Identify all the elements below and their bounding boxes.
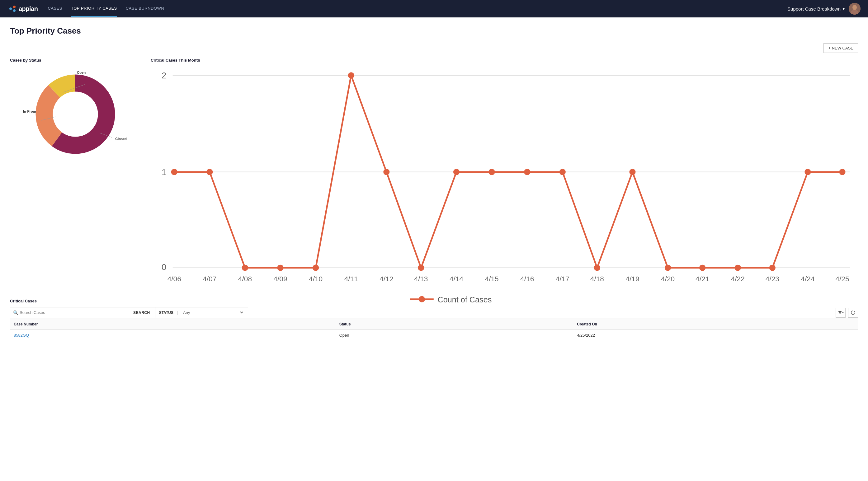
status-filter-label: STATUS [159,311,174,315]
donut-chart-section: Cases by Status Open In-Progress Closed [10,58,141,289]
svg-point-23 [383,169,390,175]
filter-actions: ▾ [836,307,858,318]
new-case-button[interactable]: + NEW CASE [824,43,858,53]
y-label-0: 0 [162,262,166,272]
status-filter: STATUS | Any Open Closed In-Progress [155,307,248,318]
svg-point-3 [13,9,16,12]
col-case-number: Case Number [10,319,336,329]
svg-point-32 [699,265,706,271]
svg-point-36 [839,169,845,175]
svg-text:4/14: 4/14 [450,275,463,283]
svg-text:4/10: 4/10 [309,275,322,283]
filter-icon [838,311,842,315]
svg-point-17 [171,169,178,175]
search-input-wrap: 🔍 [10,307,128,318]
page-title: Top Priority Cases [10,26,858,36]
svg-point-20 [277,265,283,271]
app-header: appian CASES TOP PRIORITY CASES CASE BUR… [0,0,868,18]
svg-point-22 [348,72,354,78]
svg-point-21 [313,265,319,271]
svg-point-35 [805,169,811,175]
nav-case-burndown[interactable]: CASE BURNDOWN [126,0,164,17]
nav-cases[interactable]: CASES [48,0,62,17]
svg-text:4/18: 4/18 [590,275,604,283]
svg-text:4/17: 4/17 [556,275,569,283]
line-chart-svg: 2 1 0 [151,67,858,287]
svg-text:4/21: 4/21 [695,275,709,283]
y-label-2: 2 [162,71,166,80]
svg-point-24 [418,265,424,271]
svg-text:4/08: 4/08 [238,275,252,283]
svg-point-19 [242,265,248,271]
svg-text:4/25: 4/25 [835,275,849,283]
svg-text:4/06: 4/06 [167,275,181,283]
donut-chart-title: Cases by Status [10,58,141,63]
svg-text:4/22: 4/22 [731,275,745,283]
filter-dropdown-arrow: ▾ [842,311,844,314]
svg-rect-0 [7,4,18,14]
svg-text:4/12: 4/12 [379,275,393,283]
svg-text:4/11: 4/11 [344,275,358,283]
search-icon: 🔍 [13,310,19,315]
avatar[interactable] [849,3,861,14]
table-row: 8582GQ Open 4/25/2022 [10,329,858,341]
svg-point-33 [735,265,741,271]
app-title-dropdown[interactable]: Support Case Breakdown ▾ [787,6,845,11]
y-label-1: 1 [162,167,166,177]
table-header-row: Case Number Status ↓ Created On [10,319,858,329]
svg-text:4/09: 4/09 [273,275,287,283]
header-right: Support Case Breakdown ▾ [787,3,861,14]
svg-point-29 [594,265,600,271]
svg-text:4/13: 4/13 [414,275,428,283]
col-created-on: Created On [573,319,858,329]
svg-point-26 [489,169,495,175]
svg-point-10 [54,92,97,136]
filter-button[interactable]: ▾ [836,308,845,318]
cases-table: Case Number Status ↓ Created On 8582GQ O… [10,319,858,341]
logo-text: appian [19,5,38,12]
main-content: Top Priority Cases + NEW CASE Cases by S… [0,18,868,481]
line-legend-label: Count of Cases [437,295,492,304]
svg-text:4/07: 4/07 [203,275,216,283]
search-input[interactable] [10,307,128,318]
main-nav: CASES TOP PRIORITY CASES CASE BURNDOWN [48,0,777,17]
svg-text:4/23: 4/23 [766,275,779,283]
status-select[interactable]: Any Open Closed In-Progress [182,310,244,315]
cell-case-number: 8582GQ [10,329,336,341]
search-button[interactable]: SEARCH [128,307,155,318]
line-chart-title: Critical Cases This Month [151,58,858,63]
cell-created-on: 4/25/2022 [573,329,858,341]
logo[interactable]: appian [7,4,38,14]
svg-point-28 [559,169,566,175]
charts-row: Cases by Status Open In-Progress Closed [10,58,858,289]
app-title-text: Support Case Breakdown [787,6,841,11]
refresh-icon [851,311,855,315]
svg-point-25 [453,169,460,175]
sort-icon[interactable]: ↓ [353,322,355,326]
svg-text:4/19: 4/19 [625,275,639,283]
svg-text:4/24: 4/24 [801,275,814,283]
svg-point-18 [207,169,213,175]
svg-point-27 [524,169,530,175]
donut-svg [32,71,119,158]
chevron-down-icon: ▾ [842,6,845,11]
line-chart-section: Critical Cases This Month 2 1 0 [151,58,858,289]
svg-point-34 [769,265,776,271]
svg-point-2 [13,6,16,8]
svg-text:4/16: 4/16 [520,275,534,283]
svg-text:4/20: 4/20 [661,275,675,283]
svg-point-30 [629,169,636,175]
svg-point-5 [852,5,857,10]
critical-cases-section: Critical Cases 🔍 SEARCH STATUS | Any Ope… [10,299,858,341]
critical-cases-title: Critical Cases [10,299,858,303]
svg-point-1 [9,7,12,10]
cell-status: Open [336,329,574,341]
svg-point-31 [665,265,671,271]
refresh-button[interactable] [848,308,858,318]
svg-text:4/15: 4/15 [485,275,499,283]
nav-top-priority[interactable]: TOP PRIORITY CASES [71,0,117,17]
case-link[interactable]: 8582GQ [14,333,29,338]
col-status: Status ↓ [336,319,574,329]
